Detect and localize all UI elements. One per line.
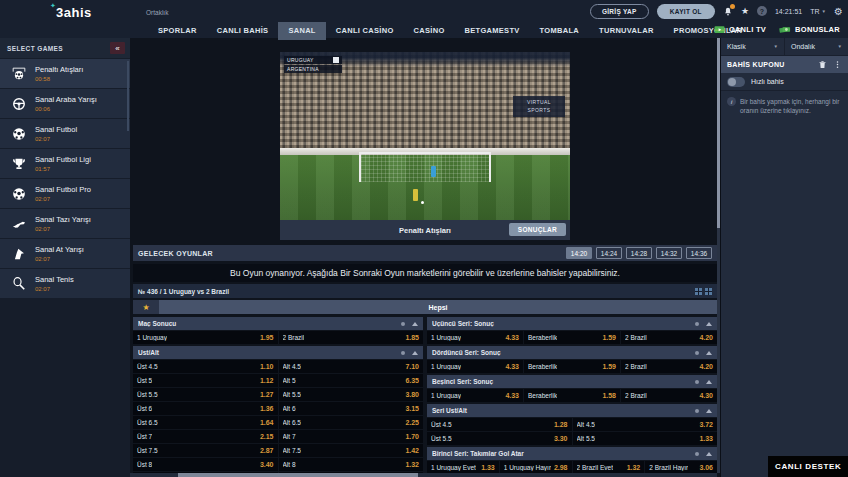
chevron-up-icon[interactable]	[706, 351, 712, 355]
market-header[interactable]: Birinci Seri: Takımlar Gol Atar	[427, 447, 717, 460]
odd-üst-alt-üst-8[interactable]: Üst 8 3.40	[133, 458, 278, 471]
odd-üst-alt-üst-5-5[interactable]: Üst 5.5 1.27	[133, 388, 278, 401]
settings-gear-icon[interactable]: ⚙	[834, 6, 843, 17]
horizontal-scrollbar-thumb[interactable]	[178, 473, 418, 477]
upcoming-time-14-32[interactable]: 14:32	[656, 247, 682, 259]
site-logo[interactable]: 3ahis	[56, 5, 92, 20]
nav-item-casi-no[interactable]: CASİNO	[404, 22, 455, 40]
notifications-bell-icon[interactable]	[723, 6, 733, 17]
results-button[interactable]: SONUÇLAR	[509, 223, 566, 236]
sidebar-scrollbar[interactable]	[127, 61, 129, 131]
chevron-up-icon[interactable]	[706, 322, 712, 326]
odd-seri-üst-alt-alt-4-5[interactable]: Alt 4.5 3.72	[573, 418, 718, 431]
odd-üst-alt-alt-5[interactable]: Alt 5 6.35	[279, 374, 424, 387]
sidebar-item-sanal-at-yarışı[interactable]: Sanal At Yarışı 02:07	[0, 239, 130, 268]
login-button[interactable]: GİRİŞ YAP	[590, 4, 649, 19]
odd-üst-alt-üst-4-5[interactable]: Üst 4.5 1.10	[133, 360, 278, 373]
odd-üçüncü-seri-sonuç-2-brazil[interactable]: 2 Brazil 4.20	[621, 331, 717, 344]
pin-dot-icon[interactable]	[695, 452, 699, 456]
odd-beşinci-seri-sonuç-beraberlik[interactable]: Beraberlik 1.58	[524, 389, 620, 402]
odd-seri-üst-alt-üst-4-5[interactable]: Üst 4.5 1.28	[427, 418, 572, 431]
tab-all-markets[interactable]: Hepsi	[159, 300, 717, 314]
odd-seri-üst-alt-alt-5-5[interactable]: Alt 5.5 1.33	[573, 432, 718, 445]
odd-üst-alt-üst-7-5[interactable]: Üst 7.5 2.87	[133, 444, 278, 457]
odd-dördüncü-seri-sonuç-1-uruguay[interactable]: 1 Uruguay 4.33	[427, 360, 523, 373]
help-icon[interactable]: ?	[757, 6, 767, 16]
pin-dot-icon[interactable]	[695, 380, 699, 384]
market-header[interactable]: Üst/Alt	[133, 346, 423, 359]
pin-dot-icon[interactable]	[695, 351, 699, 355]
odd-üst-alt-alt-6-5[interactable]: Alt 6.5 2.25	[279, 416, 424, 429]
odd-maç-sonucu-2-brazil[interactable]: 2 Brazil 1.85	[279, 331, 424, 344]
register-button[interactable]: KAYIT OL	[657, 4, 715, 19]
chevron-up-icon[interactable]	[706, 452, 712, 456]
odd-value: 2.25	[405, 419, 419, 426]
chevron-up-icon[interactable]	[412, 322, 418, 326]
market-header[interactable]: Maç Sonucu	[133, 317, 423, 330]
view-mode-select[interactable]: Klasik▼	[721, 38, 785, 55]
favorites-tab[interactable]: ★	[133, 300, 159, 314]
chevron-up-icon[interactable]	[706, 409, 712, 413]
chevron-up-icon[interactable]	[706, 380, 712, 384]
bonuslar-link[interactable]: BONUSLAR	[779, 25, 840, 34]
pin-dot-icon[interactable]	[401, 351, 405, 355]
market-header[interactable]: Dördüncü Seri: Sonuç	[427, 346, 717, 359]
pin-dot-icon[interactable]	[401, 322, 405, 326]
sidebar-item-sanal-tenis[interactable]: Sanal Tenis 02:07	[0, 269, 130, 298]
horizontal-scrollbar[interactable]	[130, 473, 717, 477]
upcoming-time-14-24[interactable]: 14:24	[596, 247, 622, 259]
chevron-up-icon[interactable]	[412, 351, 418, 355]
market-header[interactable]: Üçüncü Seri: Sonuç	[427, 317, 717, 330]
canli-tv-link[interactable]: CANLI TV	[714, 25, 766, 34]
odd-beşinci-seri-sonuç-2-brazil[interactable]: 2 Brazil 4.30	[621, 389, 717, 402]
sidebar-item-penaltı-atışları[interactable]: Penaltı Atışları 00:58	[0, 59, 130, 88]
favorites-star-icon[interactable]: ★	[741, 6, 749, 16]
odd-maç-sonucu-1-uruguay[interactable]: 1 Uruguay 1.95	[133, 331, 278, 344]
grid-view-icon[interactable]	[695, 288, 702, 295]
odd-üst-alt-üst-5[interactable]: Üst 5 1.12	[133, 374, 278, 387]
pin-dot-icon[interactable]	[695, 322, 699, 326]
odd-beşinci-seri-sonuç-1-uruguay[interactable]: 1 Uruguay 4.33	[427, 389, 523, 402]
upcoming-time-14-20[interactable]: 14:20	[566, 247, 592, 259]
nav-item-canli-casi-no[interactable]: CANLI CASİNO	[326, 22, 404, 40]
upcoming-time-14-36[interactable]: 14:36	[686, 247, 712, 259]
nav-item-sporlar[interactable]: SPORLAR	[148, 22, 207, 40]
odd-üst-alt-üst-6[interactable]: Üst 6 1.36	[133, 402, 278, 415]
market-header[interactable]: Beşinci Seri: Sonuç	[427, 375, 717, 388]
sidebar-item-sanal-futbol-ligi[interactable]: Sanal Futbol Ligi 01:57	[0, 149, 130, 178]
odd-üst-alt-alt-6[interactable]: Alt 6 3.15	[279, 402, 424, 415]
market-header[interactable]: Seri Üst/Alt	[427, 404, 717, 417]
nav-item-canli-bahi-s[interactable]: CANLI BAHİS	[207, 22, 279, 40]
nav-item-turnuvalar[interactable]: TURNUVALAR	[589, 22, 664, 40]
sidebar-item-sanal-araba-yarışı[interactable]: Sanal Araba Yarışı 00:06	[0, 89, 130, 118]
odd-üst-alt-alt-8[interactable]: Alt 8 1.32	[279, 458, 424, 471]
odd-dördüncü-seri-sonuç-beraberlik[interactable]: Beraberlik 1.59	[524, 360, 620, 373]
live-support-button[interactable]: CANLI DESTEK	[768, 456, 848, 477]
nav-item-sanal[interactable]: SANAL	[278, 22, 325, 40]
odds-format-select[interactable]: Ondalık▼	[785, 38, 848, 55]
nav-item-betgamestv[interactable]: BETGAMESTV	[455, 22, 530, 40]
trash-icon[interactable]	[818, 60, 827, 69]
nav-item-tombala[interactable]: TOMBALA	[530, 22, 589, 40]
odd-üst-alt-alt-4-5[interactable]: Alt 4.5 7.10	[279, 360, 424, 373]
odd-üst-alt-üst-6-5[interactable]: Üst 6.5 1.64	[133, 416, 278, 429]
odd-üçüncü-seri-sonuç-1-uruguay[interactable]: 1 Uruguay 4.33	[427, 331, 523, 344]
odd-üst-alt-alt-7-5[interactable]: Alt 7.5 1.42	[279, 444, 424, 457]
sidebar-item-sanal-futbol[interactable]: Sanal Futbol 02:07	[0, 119, 130, 148]
odd-üst-alt-üst-7[interactable]: Üst 7 2.15	[133, 430, 278, 443]
odd-üçüncü-seri-sonuç-beraberlik[interactable]: Beraberlik 1.59	[524, 331, 620, 344]
sidebar-collapse-icon[interactable]: «	[110, 42, 125, 54]
odd-seri-üst-alt-üst-5-5[interactable]: Üst 5.5 3.30	[427, 432, 572, 445]
sidebar-item-sanal-tazı-yarışı[interactable]: Sanal Tazı Yarışı 02:07	[0, 209, 130, 238]
quick-bet-toggle[interactable]	[727, 77, 745, 87]
affiliate-link[interactable]: Ortaklık	[146, 9, 168, 16]
odd-üst-alt-alt-5-5[interactable]: Alt 5.5 3.80	[279, 388, 424, 401]
language-selector[interactable]: TR▼	[810, 8, 826, 15]
sidebar-item-sanal-futbol-pro[interactable]: Sanal Futbol Pro 02:07	[0, 179, 130, 208]
upcoming-time-14-28[interactable]: 14:28	[626, 247, 652, 259]
betslip-settings-icon[interactable]	[833, 60, 842, 69]
pin-dot-icon[interactable]	[695, 409, 699, 413]
odd-dördüncü-seri-sonuç-2-brazil[interactable]: 2 Brazil 4.20	[621, 360, 717, 373]
odd-üst-alt-alt-7[interactable]: Alt 7 1.70	[279, 430, 424, 443]
list-view-icon[interactable]	[705, 288, 712, 295]
